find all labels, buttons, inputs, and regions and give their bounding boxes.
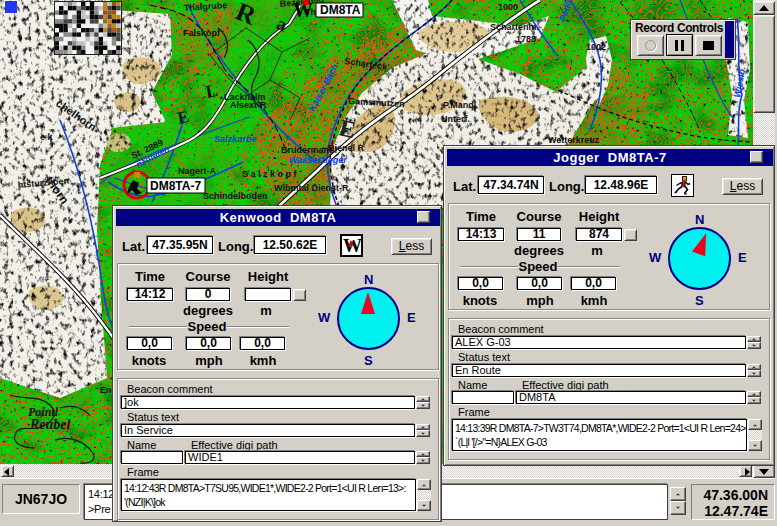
- svg-text:Schindelboden: Schindelboden: [203, 191, 268, 201]
- svg-text:e k: e k: [40, 132, 54, 142]
- svg-text:Nagert-A: Nagert-A: [178, 166, 217, 176]
- svg-text:-Bienel R: -Bienel R: [325, 143, 365, 153]
- svg-text:Schartenm.: Schartenm.: [490, 22, 539, 32]
- svg-text:Wetterkreuz: Wetterkreuz: [548, 135, 600, 145]
- svg-text:Wasserzieger: Wasserzieger: [289, 155, 347, 165]
- svg-text:S a l z k o p f: S a l z k o p f: [242, 169, 298, 179]
- svg-text:1002: 1002: [586, 42, 606, 52]
- svg-text:DM8TA-7: DM8TA-7: [150, 179, 201, 193]
- svg-text:Unterf.: Unterf.: [441, 114, 470, 124]
- svg-text:Alsext-R: Alsext-R: [230, 100, 267, 110]
- svg-text:Salzkurbe: Salzkurbe: [214, 134, 257, 144]
- svg-text:DM8TA: DM8TA: [320, 3, 361, 17]
- svg-text:Falskopf: Falskopf: [183, 28, 221, 38]
- svg-text:Reubel: Reubel: [29, 417, 71, 432]
- svg-text:P.Mandl: P.Mandl: [443, 100, 476, 110]
- svg-text:Pointl: Pointl: [28, 405, 59, 419]
- svg-text:1788: 1788: [516, 34, 536, 44]
- svg-text:Wibmtal Dienst-R: Wibmtal Dienst-R: [274, 183, 349, 193]
- svg-text:1000: 1000: [498, 2, 518, 12]
